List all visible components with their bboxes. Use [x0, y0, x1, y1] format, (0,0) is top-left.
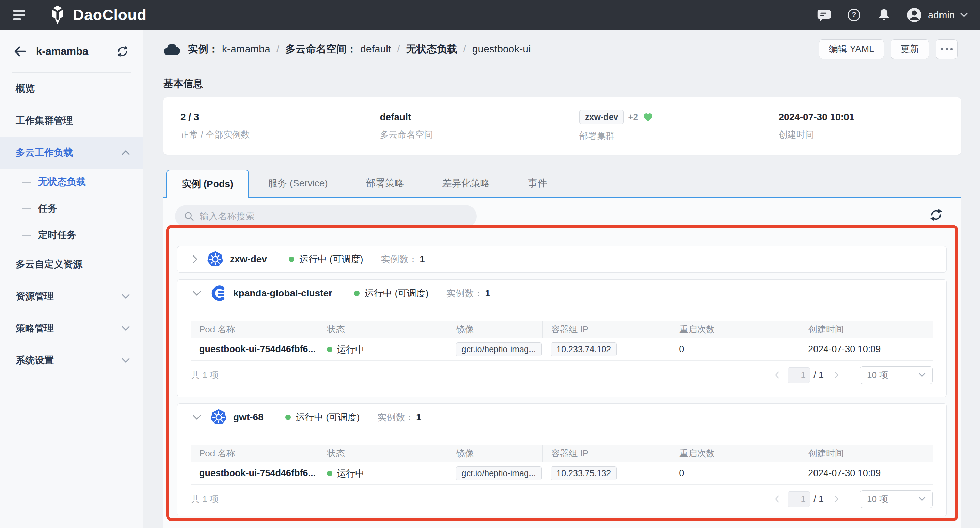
pod-name[interactable]: guestbook-ui-754d46fbf6...	[199, 468, 316, 479]
page-number-input[interactable]	[788, 367, 810, 383]
page-size-select[interactable]: 10 项	[860, 490, 933, 508]
total-items: 共 1 项	[191, 493, 219, 505]
tab-bar: 实例 (Pods) 服务 (Service) 部署策略 差异化策略 事件	[164, 170, 961, 198]
notification-bell-icon[interactable]	[876, 7, 892, 23]
chevron-down-icon	[122, 358, 130, 363]
prev-page-icon[interactable]	[771, 495, 783, 503]
crumb-namespace-value[interactable]: default	[360, 43, 391, 55]
sidebar-item-cronjobs[interactable]: 定时任务	[0, 222, 143, 248]
dash-icon	[22, 235, 31, 236]
page-size-select[interactable]: 10 项	[860, 366, 933, 384]
pod-status: 运行中	[337, 343, 365, 356]
sidebar-item-resource-mgmt[interactable]: 资源管理	[0, 280, 143, 313]
svg-text:?: ?	[852, 10, 856, 19]
pods-table: Pod 名称 状态 镜像 容器组 IP 重启次数 创建时间 guestbook-…	[191, 445, 933, 485]
next-page-icon[interactable]	[830, 495, 842, 503]
cluster-status: 运行中 (可调度)	[296, 411, 360, 423]
image-chip[interactable]: gcr.io/heptio-imag...	[456, 342, 542, 356]
chevron-right-icon[interactable]	[192, 255, 198, 264]
cloud-icon	[164, 43, 180, 56]
status-dot	[327, 471, 332, 476]
kpanda-cluster-icon	[210, 285, 227, 302]
tab-events[interactable]: 事件	[509, 170, 566, 198]
page-number-input[interactable]	[788, 491, 810, 507]
pods-table: Pod 名称 状态 镜像 容器组 IP 重启次数 创建时间 guestbook-…	[191, 321, 933, 361]
pod-ip-chip[interactable]: 10.233.75.132	[550, 466, 617, 480]
image-chip[interactable]: gcr.io/heptio-imag...	[456, 466, 542, 480]
cluster-header[interactable]: gwt-68 运行中 (可调度) 实例数：1	[177, 404, 946, 431]
menu-toggle-icon[interactable]	[13, 10, 25, 20]
next-page-icon[interactable]	[830, 371, 842, 379]
refresh-icon[interactable]	[929, 208, 943, 222]
more-actions-button[interactable]	[936, 39, 958, 59]
sidebar-item-overview[interactable]: 概览	[0, 73, 143, 105]
sidebar-item-multicloud-workload[interactable]: 多云工作负载	[0, 137, 143, 169]
info-clusters: zxw-dev +2 部署集群	[562, 110, 762, 142]
feedback-icon[interactable]	[816, 7, 832, 23]
crumb-stateless[interactable]: 无状态负载	[406, 42, 457, 56]
pod-count: 1	[485, 288, 490, 298]
cluster-header[interactable]: kpanda-global-cluster 运行中 (可调度) 实例数：1	[177, 280, 946, 307]
info-created: 2024-07-30 10:01 创建时间	[762, 112, 961, 141]
cluster-status: 运行中 (可调度)	[299, 253, 363, 265]
breadcrumb: 实例： k-amamba / 多云命名空间： default / 无状态负载 /…	[164, 42, 531, 56]
basic-info-card: 2 / 3 正常 / 全部实例数 default 多云命名空间 zxw-dev …	[164, 97, 961, 155]
switch-cluster-icon[interactable]	[116, 45, 129, 58]
edit-yaml-button[interactable]: 编辑 YAML	[819, 39, 884, 59]
search-box[interactable]	[175, 205, 477, 228]
info-replicas: 2 / 3 正常 / 全部实例数	[164, 112, 363, 141]
tab-service[interactable]: 服务 (Service)	[249, 170, 347, 198]
table-header-row: Pod 名称 状态 镜像 容器组 IP 重启次数 创建时间	[191, 321, 933, 338]
table-header-row: Pod 名称 状态 镜像 容器组 IP 重启次数 创建时间	[191, 445, 933, 462]
crumb-namespace-label: 多云命名空间：	[285, 42, 357, 56]
user-chevron-down-icon	[960, 13, 968, 18]
crumb-instance-value[interactable]: k-amamba	[222, 43, 270, 55]
kubernetes-icon	[207, 251, 224, 268]
pods-panel: zxw-dev 运行中 (可调度) 实例数：1 kpanda-global-cl…	[164, 198, 961, 528]
sidebar-item-jobs[interactable]: 任务	[0, 195, 143, 222]
cluster-card-gwt-68: gwt-68 运行中 (可调度) 实例数：1 Pod 名称 状态 镜像 容器组 …	[177, 403, 947, 517]
username: admin	[928, 10, 955, 21]
cluster-chip[interactable]: zxw-dev	[579, 110, 624, 124]
tab-deploy-policy[interactable]: 部署策略	[347, 170, 423, 198]
cluster-card-kpanda-global: kpanda-global-cluster 运行中 (可调度) 实例数：1 Po…	[177, 279, 947, 397]
avatar	[906, 7, 923, 23]
back-arrow-icon[interactable]	[14, 46, 27, 57]
chevron-down-icon[interactable]	[192, 290, 201, 296]
cluster-status: 运行中 (可调度)	[365, 287, 428, 300]
sidebar-item-work-cluster[interactable]: 工作集群管理	[0, 105, 143, 137]
help-icon[interactable]: ?	[846, 7, 862, 23]
total-items: 共 1 项	[191, 369, 219, 381]
brand-logo[interactable]: DaoCloud	[48, 5, 146, 25]
search-input[interactable]	[200, 211, 468, 222]
status-dot	[285, 415, 291, 420]
table-row: guestbook-ui-754d46fbf6... 运行中 gcr.io/he…	[191, 462, 933, 485]
pagination: 共 1 项 / 1 10 项	[191, 485, 933, 514]
status-dot	[327, 347, 332, 352]
sidebar: k-amamba 概览 工作集群管理 多云工作负载 无状态负载 任务 定时任务 …	[0, 30, 143, 528]
tab-pods[interactable]: 实例 (Pods)	[166, 170, 249, 198]
sidebar-item-policy-mgmt[interactable]: 策略管理	[0, 313, 143, 345]
cluster-card-zxw-dev: zxw-dev 运行中 (可调度) 实例数：1	[177, 246, 947, 273]
user-menu[interactable]: admin	[906, 7, 968, 23]
cluster-header[interactable]: zxw-dev 运行中 (可调度) 实例数：1	[177, 246, 946, 272]
sidebar-item-custom-resources[interactable]: 多云自定义资源	[0, 248, 143, 280]
sidebar-item-system-settings[interactable]: 系统设置	[0, 345, 143, 376]
update-button[interactable]: 更新	[891, 39, 929, 59]
restart-count: 0	[679, 344, 684, 355]
sidebar-item-stateless[interactable]: 无状态负载	[0, 169, 143, 195]
pod-ip-chip[interactable]: 10.233.74.102	[550, 342, 617, 356]
pod-name[interactable]: guestbook-ui-754d46fbf6...	[199, 344, 316, 355]
pod-count: 1	[416, 412, 421, 423]
pod-status: 运行中	[337, 467, 365, 480]
chevron-down-icon[interactable]	[192, 415, 201, 420]
dash-icon	[22, 182, 31, 183]
cluster-more-count[interactable]: +2	[628, 112, 638, 122]
tab-diff-policy[interactable]: 差异化策略	[423, 170, 509, 198]
status-dot	[289, 257, 294, 262]
info-namespace: default 多云命名空间	[363, 112, 563, 141]
crumb-instance-label: 实例：	[188, 42, 219, 56]
prev-page-icon[interactable]	[771, 371, 783, 379]
chevron-down-icon	[122, 294, 130, 299]
chevron-down-icon	[919, 373, 926, 377]
